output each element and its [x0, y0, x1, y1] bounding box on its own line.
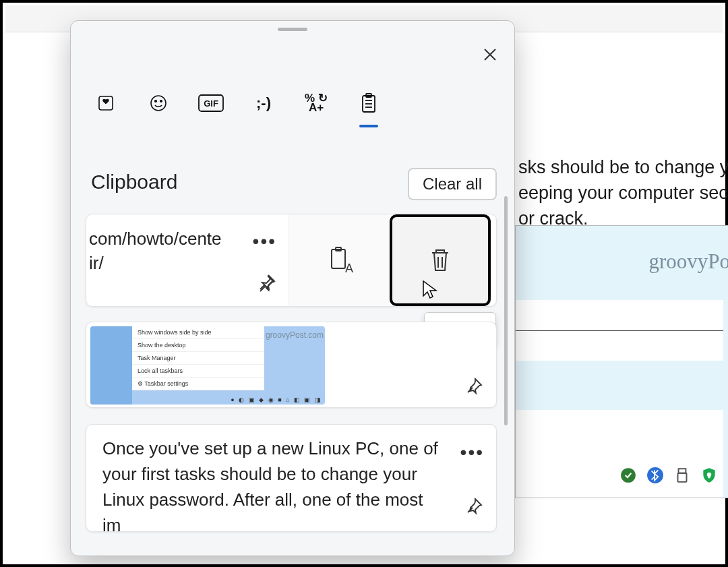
svg-rect-17 — [332, 249, 345, 268]
background-article-text: sks should be to change y eeping your co… — [518, 154, 728, 231]
shield-icon — [619, 467, 637, 487]
svg-point-1 — [647, 467, 663, 483]
tab-clipboard[interactable] — [354, 88, 384, 118]
delete-button[interactable] — [390, 214, 491, 306]
clip-text-line1: com/howto/cente — [89, 229, 222, 249]
tab-symbols[interactable]: % ↻A+ — [301, 88, 331, 118]
tab-gif[interactable]: GIF — [196, 88, 226, 118]
pin-icon[interactable] — [464, 376, 484, 399]
clear-all-button[interactable]: Clear all — [408, 168, 497, 200]
background-watermark: groovyPo — [648, 249, 728, 274]
svg-point-8 — [155, 100, 157, 102]
thumb-context-menu: Show windows side by side Show the deskt… — [132, 326, 264, 390]
paste-as-text-button[interactable]: A — [289, 214, 390, 306]
clipboard-item-1[interactable]: com/howto/cente ir/ ••• A — [86, 214, 497, 307]
more-icon[interactable]: ••• — [253, 229, 276, 253]
bluetooth-icon — [646, 467, 664, 487]
clipboard-item-3[interactable]: Once you've set up a new Linux PC, one o… — [86, 424, 497, 532]
svg-rect-3 — [678, 473, 687, 482]
svg-point-7 — [151, 96, 166, 111]
input-panel: GIF ;-) % ↻A+ Clipboard Clear all com/ho… — [70, 20, 515, 556]
svg-point-9 — [160, 100, 162, 102]
svg-text:GIF: GIF — [204, 98, 218, 109]
close-button[interactable] — [475, 40, 505, 69]
section-heading: Clipboard — [91, 171, 177, 193]
usb-icon — [673, 467, 691, 487]
pin-icon[interactable] — [464, 496, 484, 523]
tab-favorites[interactable] — [91, 88, 121, 118]
panel-grip[interactable] — [278, 28, 307, 31]
clip-text-line2: ir/ — [89, 253, 104, 273]
pin-icon[interactable] — [256, 273, 276, 299]
svg-rect-5 — [708, 475, 710, 478]
system-tray — [614, 462, 723, 491]
scrollbar[interactable] — [504, 196, 508, 425]
security-icon — [700, 467, 718, 487]
svg-text:A: A — [345, 262, 353, 275]
clip-image-thumbnail: Show windows side by side Show the deskt… — [90, 326, 325, 405]
screenshot-frame: sks should be to change y eeping your co… — [0, 0, 728, 567]
clip-text: Once you've set up a new Linux PC, one o… — [102, 438, 438, 535]
panel-tabs: GIF ;-) % ↻A+ — [91, 88, 384, 118]
background-article-image: groovyPo — [515, 225, 728, 498]
tab-kaomoji[interactable]: ;-) — [249, 88, 278, 118]
svg-point-0 — [621, 468, 636, 483]
more-icon[interactable]: ••• — [460, 440, 484, 465]
clipboard-item-2[interactable]: Show windows side by side Show the deskt… — [86, 322, 497, 408]
tab-emoji[interactable] — [144, 88, 173, 118]
